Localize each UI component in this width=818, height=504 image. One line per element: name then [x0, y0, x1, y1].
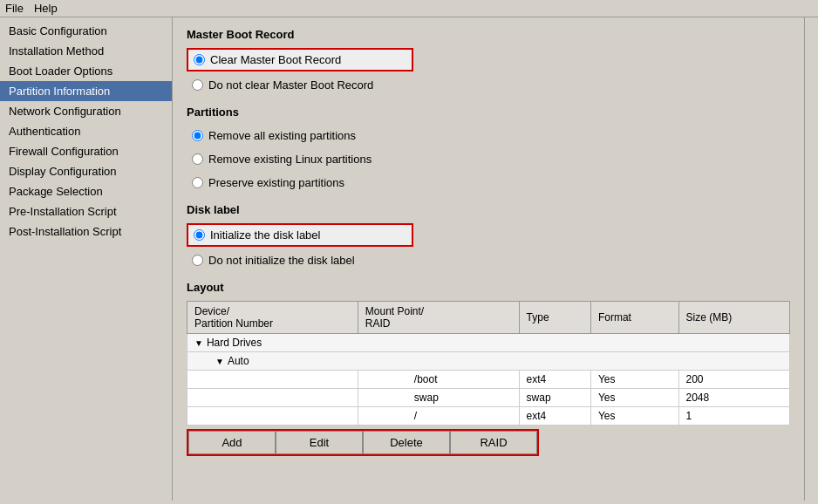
- cell-format-root: Yes: [590, 407, 678, 426]
- mbr-label-no-clear: Do not clear Master Boot Record: [208, 78, 373, 92]
- partition-label-remove-all: Remove all existing partitions: [208, 129, 356, 142]
- hard-drives-row: ▼Hard Drives: [187, 334, 790, 352]
- partition-radio-preserve[interactable]: [192, 177, 203, 188]
- sidebar-item-boot-loader[interactable]: Boot Loader Options: [0, 61, 172, 81]
- partition-option-remove-linux: Remove existing Linux partitions: [187, 149, 790, 169]
- cell-format-boot: Yes: [590, 371, 678, 389]
- partition-label-remove-linux: Remove existing Linux partitions: [208, 153, 372, 166]
- table-row[interactable]: /boot ext4 Yes 200: [187, 371, 790, 389]
- action-buttons: Add Edit Delete RAID: [187, 429, 539, 456]
- mbr-radio-clear[interactable]: [194, 54, 205, 65]
- disklabel-option-no-init: Do not initialize the disk label: [187, 250, 790, 270]
- col-header-mountpoint: Mount Point/RAID: [358, 302, 519, 334]
- delete-button[interactable]: Delete: [363, 431, 450, 454]
- cell-device-root: [187, 407, 358, 426]
- sidebar-item-pre-install[interactable]: Pre-Installation Script: [0, 201, 172, 221]
- sidebar-item-package-selection[interactable]: Package Selection: [0, 181, 172, 201]
- layout-table: Device/Partition Number Mount Point/RAID…: [187, 301, 790, 426]
- cell-type-boot: ext4: [519, 371, 590, 389]
- sidebar-item-network-config[interactable]: Network Configuration: [0, 101, 172, 121]
- cell-device-boot: [187, 371, 358, 389]
- col-header-type: Type: [519, 302, 590, 334]
- cell-type-swap: swap: [519, 389, 590, 407]
- content-area: Master Boot Record Clear Master Boot Rec…: [173, 17, 804, 501]
- disklabel-radio-init[interactable]: [194, 229, 205, 241]
- disklabel-option-init: Initialize the disk label: [187, 223, 413, 247]
- cell-mount-swap: swap: [358, 389, 519, 407]
- disklabel-label-no-init: Do not initialize the disk label: [208, 254, 355, 267]
- mbr-option-clear: Clear Master Boot Record: [187, 48, 413, 72]
- disklabel-radio-group: Initialize the disk label Do not initial…: [187, 223, 790, 270]
- auto-row: ▼Auto: [187, 352, 790, 371]
- sidebar-item-display-config[interactable]: Display Configuration: [0, 161, 172, 181]
- partition-option-remove-all: Remove all existing partitions: [187, 126, 790, 146]
- cell-mount-root: /: [358, 407, 519, 426]
- mbr-option-no-clear: Do not clear Master Boot Record: [187, 75, 790, 95]
- sidebar-item-authentication[interactable]: Authentication: [0, 121, 172, 141]
- table-row[interactable]: / ext4 Yes 1: [187, 407, 790, 426]
- mbr-section-title: Master Boot Record: [187, 28, 790, 41]
- cell-mount-boot: /boot: [358, 371, 519, 389]
- sidebar-item-partition-info[interactable]: Partition Information: [0, 81, 172, 101]
- partition-radio-remove-linux[interactable]: [192, 153, 203, 165]
- table-row[interactable]: swap swap Yes 2048: [187, 389, 790, 407]
- mbr-label-clear: Clear Master Boot Record: [210, 53, 341, 66]
- partition-label-preserve: Preserve existing partitions: [208, 176, 344, 189]
- cell-device-swap: [187, 389, 358, 407]
- partition-option-preserve: Preserve existing partitions: [187, 173, 790, 193]
- sidebar: Basic Configuration Installation Method …: [0, 17, 173, 501]
- cell-format-swap: Yes: [590, 389, 678, 407]
- sidebar-item-installation-method[interactable]: Installation Method: [0, 41, 172, 61]
- add-button[interactable]: Add: [188, 431, 276, 454]
- cell-size-swap: 2048: [678, 389, 789, 407]
- layout-section-title: Layout: [187, 281, 790, 294]
- menu-file[interactable]: File: [5, 2, 24, 15]
- menu-help[interactable]: Help: [34, 2, 58, 15]
- partition-radio-remove-all[interactable]: [192, 130, 203, 141]
- disklabel-label-init: Initialize the disk label: [210, 228, 320, 242]
- layout-section: Layout Device/Partition Number Mount Poi…: [187, 281, 790, 456]
- partitions-radio-group: Remove all existing partitions Remove ex…: [187, 126, 790, 193]
- raid-button[interactable]: RAID: [450, 431, 537, 454]
- table-row[interactable]: ▼Auto: [187, 352, 790, 371]
- mbr-radio-group: Clear Master Boot Record Do not clear Ma…: [187, 48, 790, 95]
- menubar: File Help: [0, 0, 818, 17]
- scrollbar[interactable]: [804, 17, 818, 501]
- partitions-section-title: Partitions: [187, 106, 790, 119]
- table-row[interactable]: ▼Hard Drives: [187, 334, 790, 352]
- disklabel-radio-no-init[interactable]: [192, 255, 203, 266]
- sidebar-item-post-install[interactable]: Post-Installation Script: [0, 221, 172, 242]
- edit-button[interactable]: Edit: [276, 431, 363, 454]
- cell-size-root: 1: [678, 407, 789, 426]
- sidebar-item-basic-config[interactable]: Basic Configuration: [0, 21, 172, 41]
- disklabel-section-title: Disk label: [187, 203, 790, 216]
- cell-type-root: ext4: [519, 407, 590, 426]
- sidebar-item-firewall-config[interactable]: Firewall Configuration: [0, 141, 172, 161]
- mbr-radio-no-clear[interactable]: [192, 79, 203, 91]
- cell-size-boot: 200: [678, 371, 789, 389]
- col-header-format: Format: [590, 302, 678, 334]
- col-header-size: Size (MB): [678, 302, 789, 334]
- col-header-device: Device/Partition Number: [187, 302, 358, 334]
